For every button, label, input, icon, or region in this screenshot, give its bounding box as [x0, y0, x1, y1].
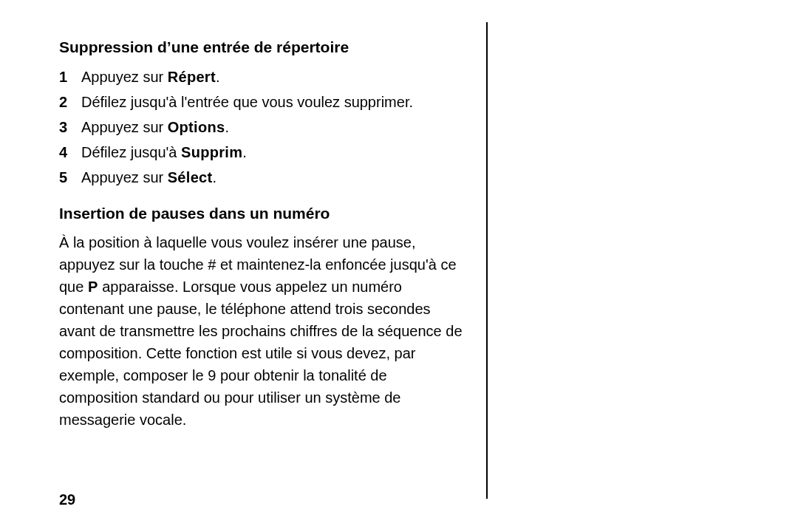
step-number: 3 [59, 115, 81, 140]
step-text-pre: Appuyez sur [81, 69, 168, 85]
step-number: 4 [59, 140, 81, 165]
list-item: 2 Défilez jusqu'à l'entrée que vous voul… [59, 89, 469, 115]
vertical-divider [486, 22, 488, 499]
list-item: 5 Appuyez sur Sélect. [59, 165, 469, 190]
page-content: Suppression d’une entrée de répertoire 1… [59, 37, 469, 431]
step-text-pre: Défilez jusqu'à [81, 144, 181, 160]
section-heading-delete-entry: Suppression d’une entrée de répertoire [59, 37, 469, 57]
step-text: Appuyez sur Répert. [81, 64, 469, 89]
step-text: Appuyez sur Sélect. [81, 165, 469, 190]
body-paragraph: À la position à laquelle vous voulez ins… [59, 231, 469, 431]
step-number: 2 [59, 89, 81, 115]
step-text-post: . [225, 119, 229, 135]
step-text: Défilez jusqu'à Supprim. [81, 140, 469, 165]
step-text-pre: Défilez jusqu'à l'entrée que vous voulez… [81, 94, 413, 110]
step-text-post: . [212, 169, 216, 185]
step-text-post: . [242, 144, 247, 160]
step-keyword: Supprim [181, 144, 242, 160]
step-text-pre: Appuyez sur [81, 119, 168, 135]
section-heading-insert-pauses: Insertion de pauses dans un numéro [59, 203, 469, 223]
paragraph-keyword: P [88, 279, 98, 295]
list-item: 4 Défilez jusqu'à Supprim. [59, 140, 469, 165]
step-number: 1 [59, 64, 81, 89]
page-number: 29 [59, 491, 75, 508]
steps-list-delete-entry: 1 Appuyez sur Répert. 2 Défilez jusqu'à … [59, 64, 469, 190]
list-item: 3 Appuyez sur Options. [59, 115, 469, 140]
step-number: 5 [59, 165, 81, 190]
step-keyword: Sélect [168, 169, 213, 185]
step-keyword: Options [168, 119, 225, 135]
step-text: Défilez jusqu'à l'entrée que vous voulez… [81, 89, 469, 115]
step-text-pre: Appuyez sur [81, 169, 168, 185]
list-item: 1 Appuyez sur Répert. [59, 64, 469, 89]
step-text-post: . [216, 69, 220, 85]
paragraph-post: apparaisse. Lorsque vous appelez un numé… [59, 279, 463, 428]
step-text: Appuyez sur Options. [81, 115, 469, 140]
manual-page: Suppression d’une entrée de répertoire 1… [0, 0, 798, 532]
step-keyword: Répert [168, 69, 216, 85]
